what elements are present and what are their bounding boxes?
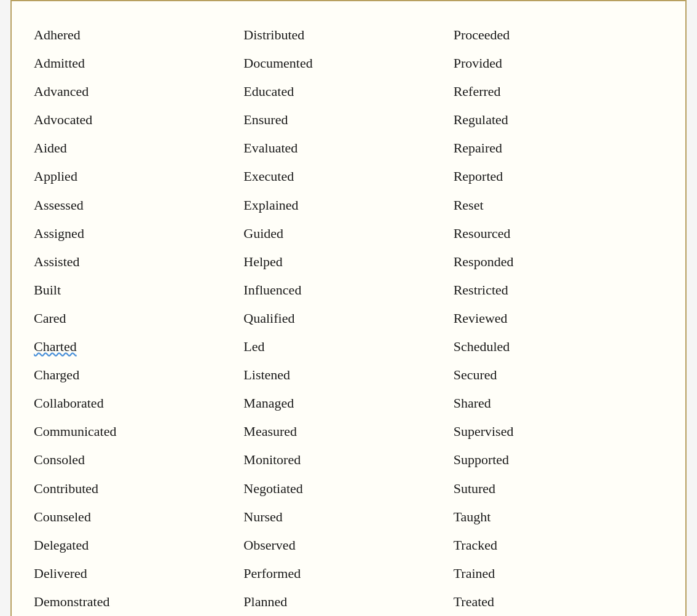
word-item: Advanced bbox=[34, 77, 243, 106]
word-item: Assessed bbox=[34, 191, 243, 219]
word-item: Planned bbox=[243, 588, 453, 616]
word-item: Responded bbox=[454, 248, 663, 276]
word-item: Assigned bbox=[34, 219, 243, 248]
word-item: Charted bbox=[34, 333, 243, 361]
word-item: Assisted bbox=[34, 248, 243, 276]
word-item: Resourced bbox=[454, 219, 663, 248]
word-item: Tracked bbox=[454, 531, 663, 559]
word-item: Aided bbox=[34, 134, 243, 162]
word-item: Monitored bbox=[243, 446, 453, 474]
word-item: Observed bbox=[243, 531, 453, 559]
word-item: Counseled bbox=[34, 503, 243, 531]
word-item: Advocated bbox=[34, 106, 243, 134]
word-item: Consoled bbox=[34, 446, 243, 474]
word-item: Educated bbox=[243, 77, 453, 106]
word-item: Qualified bbox=[243, 304, 453, 333]
word-item: Sutured bbox=[454, 475, 663, 503]
word-item: Reported bbox=[454, 162, 663, 191]
word-item: Listened bbox=[243, 361, 453, 389]
word-item: Treated bbox=[454, 588, 663, 616]
word-item: Communicated bbox=[34, 417, 243, 446]
word-item: Guided bbox=[243, 219, 453, 248]
word-item: Distributed bbox=[243, 21, 453, 49]
word-item: Explained bbox=[243, 191, 453, 219]
word-item: Helped bbox=[243, 248, 453, 276]
word-item: Trained bbox=[454, 559, 663, 588]
word-item: Adhered bbox=[34, 21, 243, 49]
word-item: Ensured bbox=[243, 106, 453, 134]
word-item: Shared bbox=[454, 389, 663, 417]
word-item: Evaluated bbox=[243, 134, 453, 162]
word-item: Repaired bbox=[454, 134, 663, 162]
word-item: Charged bbox=[34, 361, 243, 389]
word-item: Supervised bbox=[454, 417, 663, 446]
word-item: Scheduled bbox=[454, 333, 663, 361]
word-item: Restricted bbox=[454, 276, 663, 304]
word-item: Negotiated bbox=[243, 475, 453, 503]
word-item: Regulated bbox=[454, 106, 663, 134]
word-item: Led bbox=[243, 333, 453, 361]
word-item: Admitted bbox=[34, 49, 243, 77]
word-item: Measured bbox=[243, 417, 453, 446]
word-item: Proceeded bbox=[454, 21, 663, 49]
word-item: Influenced bbox=[243, 276, 453, 304]
word-item: Documented bbox=[243, 49, 453, 77]
word-item: Reviewed bbox=[454, 304, 663, 333]
word-item: Taught bbox=[454, 503, 663, 531]
word-item: Executed bbox=[243, 162, 453, 191]
word-item: Applied bbox=[34, 162, 243, 191]
word-item: Nursed bbox=[243, 503, 453, 531]
word-item: Reset bbox=[454, 191, 663, 219]
word-item: Delegated bbox=[34, 531, 243, 559]
word-item: Secured bbox=[454, 361, 663, 389]
word-grid: AdheredDistributedProceededAdmittedDocum… bbox=[34, 21, 663, 616]
word-list-card: AdheredDistributedProceededAdmittedDocum… bbox=[10, 0, 687, 616]
word-item: Provided bbox=[454, 49, 663, 77]
word-item: Delivered bbox=[34, 559, 243, 588]
word-item: Built bbox=[34, 276, 243, 304]
word-item: Supported bbox=[454, 446, 663, 474]
word-item: Managed bbox=[243, 389, 453, 417]
word-item: Performed bbox=[243, 559, 453, 588]
word-item: Contributed bbox=[34, 475, 243, 503]
word-item: Collaborated bbox=[34, 389, 243, 417]
word-item: Demonstrated bbox=[34, 588, 243, 616]
word-item: Referred bbox=[454, 77, 663, 106]
word-item: Cared bbox=[34, 304, 243, 333]
